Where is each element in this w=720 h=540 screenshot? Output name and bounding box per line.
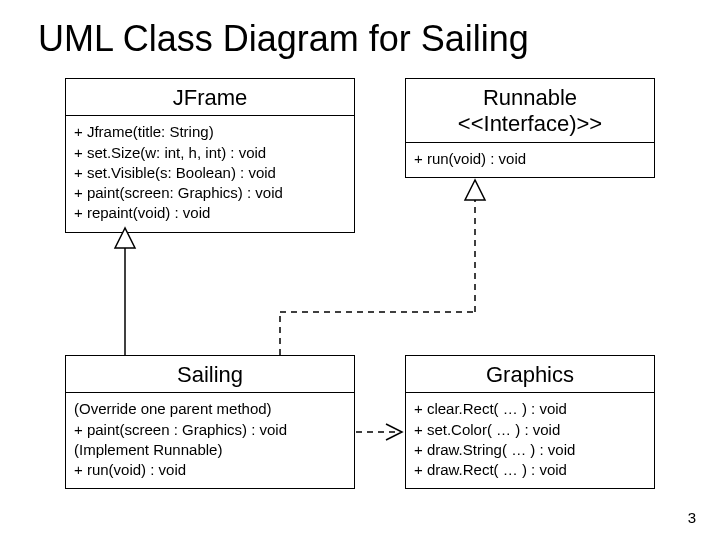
uml-class-body: (Override one parent method) + paint(scr…	[66, 393, 354, 488]
uml-member: + set.Visible(s: Boolean) : void	[74, 163, 346, 183]
uml-member: + draw.String( … ) : void	[414, 440, 646, 460]
uml-member: + paint(screen : Graphics) : void	[74, 420, 346, 440]
uml-member: + set.Size(w: int, h, int) : void	[74, 143, 346, 163]
uml-member: + run(void) : void	[74, 460, 346, 480]
uml-member: + clear.Rect( … ) : void	[414, 399, 646, 419]
uml-class-body: + Jframe(title: String) + set.Size(w: in…	[66, 116, 354, 231]
uml-class-name-line: Runnable	[483, 85, 577, 110]
generalization-sailing-jframe	[115, 228, 135, 355]
uml-member: + run(void) : void	[414, 149, 646, 169]
uml-class-name: Runnable <<Interface)>>	[406, 79, 654, 143]
page-title: UML Class Diagram for Sailing	[38, 18, 529, 60]
uml-member: + draw.Rect( … ) : void	[414, 460, 646, 480]
uml-class-name: Graphics	[406, 356, 654, 393]
uml-member: (Implement Runnable)	[74, 440, 346, 460]
uml-class-name: Sailing	[66, 356, 354, 393]
uml-member: + Jframe(title: String)	[74, 122, 346, 142]
uml-class-runnable: Runnable <<Interface)>> + run(void) : vo…	[405, 78, 655, 178]
uml-member: + repaint(void) : void	[74, 203, 346, 223]
svg-marker-5	[465, 180, 485, 200]
uml-class-graphics: Graphics + clear.Rect( … ) : void + set.…	[405, 355, 655, 489]
uml-class-body: + clear.Rect( … ) : void + set.Color( … …	[406, 393, 654, 488]
page-number: 3	[688, 509, 696, 526]
uml-class-sailing: Sailing (Override one parent method) + p…	[65, 355, 355, 489]
uml-member: + set.Color( … ) : void	[414, 420, 646, 440]
uml-class-body: + run(void) : void	[406, 143, 654, 177]
uml-member: + paint(screen: Graphics) : void	[74, 183, 346, 203]
uml-class-stereotype: <<Interface)>>	[458, 111, 602, 136]
uml-member: (Override one parent method)	[74, 399, 346, 419]
uml-class-jframe: JFrame + Jframe(title: String) + set.Siz…	[65, 78, 355, 233]
uml-class-name: JFrame	[66, 79, 354, 116]
dependency-sailing-graphics	[356, 424, 402, 440]
